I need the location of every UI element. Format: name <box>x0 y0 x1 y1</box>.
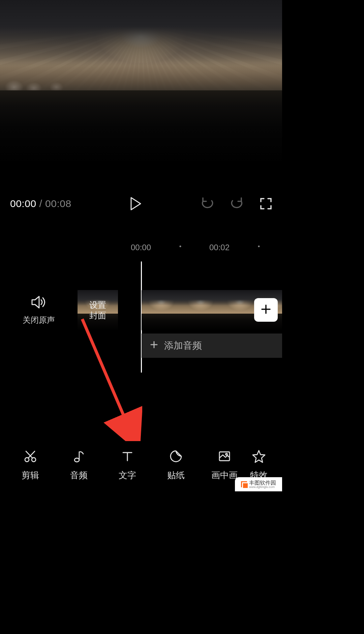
ruler-dot <box>180 246 181 247</box>
mute-label: 关闭原声 <box>23 315 55 325</box>
tool-sticker[interactable]: 贴纸 <box>152 449 200 481</box>
time-current: 00:00 <box>10 198 36 209</box>
plus-icon <box>260 304 272 316</box>
time-total: 00:08 <box>45 198 71 209</box>
tool-audio[interactable]: 音频 <box>55 449 103 481</box>
plus-icon <box>150 340 158 351</box>
tool-label: 文字 <box>119 469 136 481</box>
svg-line-0 <box>82 319 131 434</box>
tool-label: 画中画 <box>211 469 238 481</box>
annotation-arrow <box>78 316 142 441</box>
watermark-url: www.dgfengtu.com <box>249 486 276 489</box>
tool-label: 音频 <box>70 469 88 481</box>
pip-icon <box>217 449 232 465</box>
text-icon <box>120 449 134 465</box>
tool-label: 贴纸 <box>167 469 185 481</box>
sticker-icon <box>169 449 183 465</box>
playback-controls: 00:00 / 00:08 <box>0 165 282 243</box>
cover-line2: 封面 <box>89 310 106 321</box>
scissors-icon <box>23 449 37 465</box>
undo-button[interactable] <box>201 197 214 210</box>
redo-button[interactable] <box>230 197 244 210</box>
tool-label: 剪辑 <box>22 469 39 481</box>
watermark-logo-icon <box>241 481 247 487</box>
svg-point-5 <box>226 454 228 455</box>
watermark-title: 丰图软件园 <box>249 480 276 486</box>
tool-effect[interactable]: 特效 <box>249 449 269 481</box>
svg-point-3 <box>74 458 79 462</box>
tool-edit[interactable]: 剪辑 <box>6 449 55 481</box>
watermark: 丰图软件园 www.dgfengtu.com <box>235 477 282 491</box>
cover-line1: 设置 <box>89 300 106 310</box>
add-audio-label: 添加音频 <box>164 339 202 352</box>
tool-text[interactable]: 文字 <box>103 449 152 481</box>
play-button[interactable] <box>130 197 142 210</box>
add-audio-button[interactable]: 添加音频 <box>142 334 282 358</box>
video-preview[interactable] <box>0 0 282 165</box>
mute-original-button[interactable]: 关闭原声 <box>0 295 78 325</box>
time-sep: / <box>36 198 46 209</box>
set-cover-button[interactable]: 设置 封面 <box>78 290 118 330</box>
add-clip-button[interactable] <box>254 298 278 322</box>
ruler-mark-2: 00:02 <box>209 243 230 252</box>
ruler-dot <box>258 246 260 247</box>
ruler-mark-0: 00:00 <box>131 243 151 252</box>
speaker-icon <box>31 295 47 311</box>
timeline-ruler[interactable]: 00:00 00:02 <box>0 243 282 253</box>
star-icon <box>252 449 266 465</box>
music-note-icon <box>72 449 86 465</box>
tool-pip[interactable]: 画中画 <box>200 449 249 481</box>
timecode: 00:00 / 00:08 <box>10 198 71 209</box>
fullscreen-button[interactable] <box>260 198 272 210</box>
